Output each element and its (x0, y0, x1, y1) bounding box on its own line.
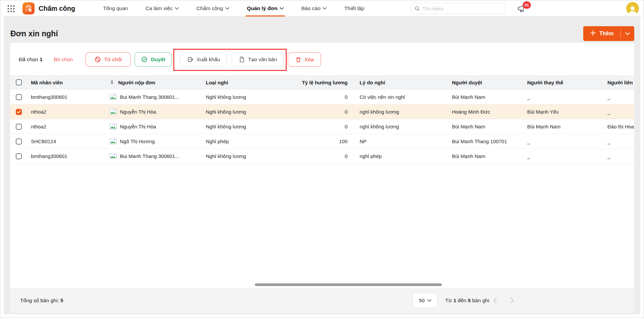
document-icon (238, 56, 245, 63)
chevron-down-icon (625, 32, 630, 35)
selected-count: 1 (40, 56, 43, 62)
app-launcher-icon[interactable] (6, 4, 16, 13)
nav-item-tong-quan[interactable]: Tổng quan (103, 0, 128, 16)
plus-icon (590, 30, 596, 37)
table-row-selected[interactable]: nthoa2 Nguyễn Thị Hòa Nghỉ không lương 0… (10, 105, 634, 119)
table-row[interactable]: nthoa2 Nguyễn Thị Hòa Nghỉ không lương 0… (10, 119, 634, 134)
trash-icon (295, 56, 302, 63)
approve-button[interactable]: Duyệt (135, 52, 172, 67)
row-checkbox[interactable] (16, 153, 22, 159)
selected-count-text: Đã chọn 1 (19, 52, 43, 67)
nav-item-ca-lam-viec[interactable]: Ca làm việc (145, 0, 179, 16)
select-all-checkbox[interactable] (16, 79, 22, 85)
row-checkbox[interactable] (16, 138, 22, 145)
app-name: Chấm công (39, 0, 75, 16)
table-row[interactable]: bmthang300601 Bui Manh Thang 300601... N… (10, 149, 634, 164)
create-document-button[interactable]: Tạo văn bản (232, 52, 284, 67)
column-header-salary-rate[interactable]: Tỷ lệ hưởng lương (293, 76, 348, 89)
row-checkbox[interactable] (16, 124, 22, 130)
column-header-approver[interactable]: Người duyệt (452, 76, 524, 89)
chevron-down-icon (280, 7, 284, 10)
table-body: bmthang300601 Bui Manh Thang 300601... N… (10, 90, 634, 164)
add-button-label: Thêm (599, 31, 614, 37)
check-circle-icon (141, 56, 148, 63)
avatar[interactable] (626, 2, 639, 15)
page-body: Đơn xin nghỉ Thêm Đã chọn 1 Bỏ chọn Từ c… (4, 16, 640, 314)
column-header-related-person[interactable]: Người liên quan (607, 76, 634, 89)
broken-image-icon (109, 124, 117, 129)
search-box (411, 3, 505, 14)
chevron-left-icon[interactable] (491, 296, 500, 305)
broken-image-icon (109, 153, 117, 159)
app-window: Chấm công Tổng quan Ca làm việc Chấm côn… (0, 0, 644, 318)
record-range-text: Từ 1 đến 5 bản ghi (445, 288, 489, 313)
nav-item-quan-ly-don[interactable]: Quản lý đơn (247, 0, 284, 16)
horizontal-scrollbar[interactable] (255, 283, 442, 286)
chevron-down-icon (175, 7, 179, 10)
deselect-button[interactable]: Bỏ chọn (54, 52, 73, 67)
search-input[interactable] (422, 6, 502, 11)
reject-button[interactable]: Từ chối (86, 52, 131, 67)
leave-requests-card: Đã chọn 1 Bỏ chọn Từ chối Duyệt Xuất khẩ… (10, 43, 634, 313)
chevron-down-icon (427, 299, 431, 302)
broken-image-icon (109, 138, 117, 144)
nav-item-bao-cao[interactable]: Báo cáo (301, 0, 327, 16)
add-button-dropdown[interactable] (621, 32, 634, 35)
page-size-select[interactable]: 50 (413, 293, 438, 308)
nav-item-cham-cong[interactable]: Chấm công (196, 0, 229, 16)
top-navbar: Chấm công Tổng quan Ca làm việc Chấm côn… (0, 0, 644, 16)
chevron-right-icon[interactable] (508, 296, 516, 305)
app-logo-icon[interactable] (22, 2, 35, 14)
add-button[interactable]: Thêm (583, 26, 634, 41)
search-icon (414, 5, 420, 11)
delete-button[interactable]: Xóa (288, 52, 321, 67)
nav-item-thiet-lap[interactable]: Thiết lập (344, 0, 364, 16)
table-header: Mã nhân viên Người nộp đơn Loại nghỉ Tỷ … (10, 75, 634, 89)
export-button[interactable]: Xuất khẩu (180, 52, 227, 67)
broken-image-icon (109, 94, 117, 100)
table-row[interactable]: bmthang300601 Bui Manh Thang 300601... N… (10, 90, 634, 105)
notification-badge[interactable]: 91 (523, 1, 531, 9)
total-records: Tổng số bản ghi: 5 (20, 288, 63, 313)
pin-icon[interactable] (109, 76, 117, 89)
table-row[interactable]: SHCB0124 Ngô Thị Hương Nghỉ phép 100 NP … (10, 134, 634, 149)
column-header-leave-type[interactable]: Loại nghỉ (206, 76, 286, 89)
chevron-down-icon (225, 7, 229, 10)
main-nav: Tổng quan Ca làm việc Chấm công Quản lý … (103, 0, 364, 16)
column-header-employee-code[interactable]: Mã nhân viên (31, 76, 105, 89)
export-icon (187, 56, 194, 63)
page-title: Đơn xin nghỉ (10, 29, 58, 38)
broken-image-icon (109, 109, 117, 115)
chevron-down-icon (323, 7, 327, 10)
row-checkbox-checked[interactable] (16, 109, 22, 115)
column-header-submitter[interactable]: Người nộp đơn (118, 76, 202, 89)
row-checkbox[interactable] (16, 94, 22, 100)
table-footer: Tổng số bản ghi: 5 50 Từ 1 đến 5 bản ghi (10, 288, 634, 313)
column-header-substitute[interactable]: Người thay thế (527, 76, 603, 89)
column-header-reason[interactable]: Lý do nghỉ (360, 76, 447, 89)
block-icon (94, 56, 101, 63)
